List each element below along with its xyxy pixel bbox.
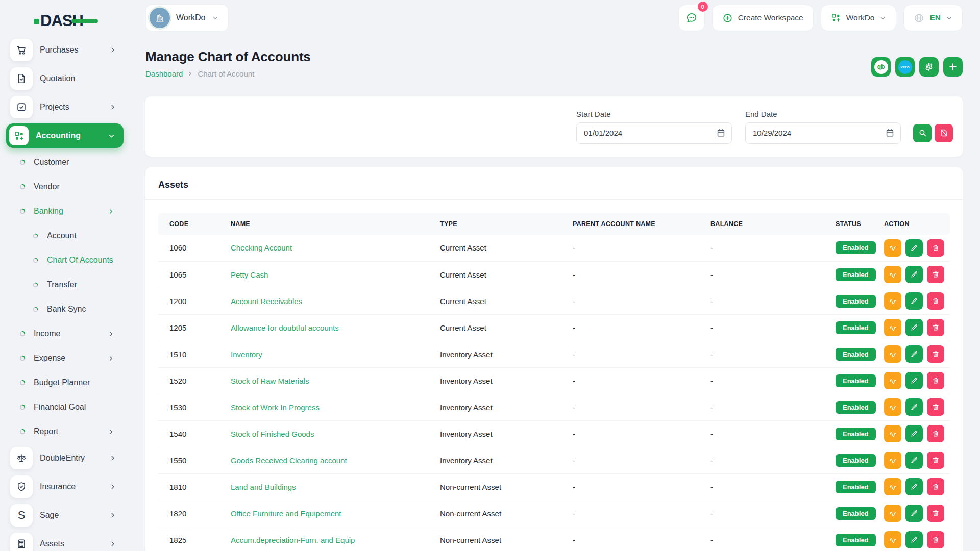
transactions-button[interactable] (884, 452, 901, 469)
breadcrumb-dashboard-link[interactable]: Dashboard (145, 69, 183, 78)
transactions-button[interactable] (884, 266, 901, 283)
account-name-link[interactable]: Office Furniture and Equipement (231, 509, 341, 518)
chevron-right-icon (109, 483, 116, 490)
sidebar-item-account[interactable]: Account (0, 223, 132, 248)
xero-button[interactable]: xero (895, 57, 915, 77)
account-name-link[interactable]: Land and Buildings (231, 483, 296, 491)
account-name-link[interactable]: Stock of Raw Materials (231, 377, 309, 385)
page-title: Manage Chart of Accounts (145, 49, 311, 65)
account-name-link[interactable]: Inventory (231, 350, 262, 359)
page-head: Manage Chart of Accounts Dashboard Chart… (145, 49, 963, 78)
delete-button[interactable] (927, 478, 944, 495)
account-name-link[interactable]: Account Receivables (231, 297, 302, 306)
cell-type: Inventory Asset (429, 447, 561, 473)
main-area: WorkDo 0 Create Workspace (132, 0, 980, 551)
cell-parent: - (561, 341, 699, 367)
sidebar-item-sage[interactable]: S Sage (0, 501, 132, 530)
sidebar-item-label: Assets (40, 539, 109, 548)
edit-button[interactable] (905, 239, 923, 257)
col-status: STATUS (824, 213, 873, 235)
pulse-wave-icon (889, 323, 897, 332)
delete-button[interactable] (927, 319, 944, 336)
account-name-link[interactable]: Stock of Finished Goods (231, 430, 314, 438)
sidebar-item-transfer[interactable]: Transfer (0, 272, 132, 297)
transactions-button[interactable] (884, 531, 901, 548)
quickbooks-button[interactable]: qb (871, 57, 891, 77)
edit-button[interactable] (905, 266, 923, 283)
transactions-button[interactable] (884, 292, 901, 310)
transactions-button[interactable] (884, 345, 901, 363)
apply-filter-button[interactable] (913, 124, 932, 142)
sidebar-item-accounting[interactable]: Accounting (0, 121, 132, 150)
delete-button[interactable] (927, 398, 944, 416)
transactions-button[interactable] (884, 319, 901, 336)
edit-button[interactable] (905, 345, 923, 363)
sidebar-item-budget-planner[interactable]: Budget Planner (0, 370, 132, 395)
workspace-menu-button[interactable]: WorkDo (821, 5, 897, 31)
plus-circle-icon (722, 13, 733, 23)
grid-plus-icon (831, 13, 841, 23)
edit-button[interactable] (905, 531, 923, 548)
col-type: TYPE (429, 213, 561, 235)
transactions-button[interactable] (884, 372, 901, 389)
messages-button[interactable]: 0 (678, 5, 705, 31)
sidebar-item-income[interactable]: Income (0, 321, 132, 346)
transactions-button[interactable] (884, 478, 901, 495)
delete-button[interactable] (927, 372, 944, 389)
sidebar-item-label: Projects (40, 103, 109, 112)
sidebar-item-purchases[interactable]: Purchases (0, 36, 132, 64)
transactions-button[interactable] (884, 425, 901, 442)
edit-button[interactable] (905, 478, 923, 495)
reset-filter-button[interactable] (935, 124, 953, 142)
workspace-switcher[interactable]: WorkDo (145, 4, 229, 32)
delete-button[interactable] (927, 452, 944, 469)
edit-button[interactable] (905, 292, 923, 310)
language-selector[interactable]: EN (903, 5, 963, 31)
sidebar-item-report[interactable]: Report (0, 419, 132, 444)
end-date-input[interactable] (745, 122, 901, 144)
edit-button[interactable] (905, 505, 923, 522)
sidebar-item-bank-sync[interactable]: Bank Sync (0, 297, 132, 321)
delete-button[interactable] (927, 292, 944, 310)
app-layout: DASH Purchases Quotation (0, 0, 980, 551)
sidebar-item-financial-goal[interactable]: Financial Goal (0, 395, 132, 419)
add-account-button[interactable] (943, 57, 963, 77)
topbar: WorkDo 0 Create Workspace (145, 0, 963, 36)
edit-button[interactable] (905, 425, 923, 442)
transactions-button[interactable] (884, 505, 901, 522)
sidebar-item-assets[interactable]: Assets (0, 530, 132, 551)
sidebar-item-doubleentry[interactable]: DoubleEntry (0, 444, 132, 472)
account-name-link[interactable]: Allowance for doubtful accounts (231, 323, 339, 332)
edit-button[interactable] (905, 372, 923, 389)
sidebar-item-banking[interactable]: Banking (0, 199, 132, 223)
delete-button[interactable] (927, 531, 944, 548)
account-name-link[interactable]: Goods Received Clearing account (231, 456, 347, 465)
account-name-link[interactable]: Petty Cash (231, 270, 268, 279)
sidebar-item-vendor[interactable]: Vendor (0, 174, 132, 199)
delete-button[interactable] (927, 425, 944, 442)
transactions-button[interactable] (884, 398, 901, 416)
sidebar-item-projects[interactable]: Projects (0, 93, 132, 121)
table-row: 1825 Accum.depreciation-Furn. and Equip … (158, 527, 950, 551)
settings-button[interactable] (919, 57, 939, 77)
delete-button[interactable] (927, 239, 944, 257)
sidebar-item-chart-of-accounts[interactable]: Chart Of Accounts (0, 248, 132, 272)
delete-button[interactable] (927, 505, 944, 522)
account-name-link[interactable]: Checking Account (231, 243, 292, 252)
delete-button[interactable] (927, 266, 944, 283)
edit-button[interactable] (905, 452, 923, 469)
edit-button[interactable] (905, 319, 923, 336)
sidebar-item-quotation[interactable]: Quotation (0, 64, 132, 93)
account-name-link[interactable]: Accum.depreciation-Furn. and Equip (231, 536, 355, 544)
sidebar-item-expense[interactable]: Expense (0, 346, 132, 370)
sidebar-item-customer[interactable]: Customer (0, 150, 132, 174)
pulse-wave-icon (889, 536, 897, 544)
delete-button[interactable] (927, 345, 944, 363)
transactions-button[interactable] (884, 239, 901, 257)
sidebar-item-insurance[interactable]: Insurance (0, 472, 132, 501)
account-name-link[interactable]: Stock of Work In Progress (231, 403, 320, 412)
edit-button[interactable] (905, 398, 923, 416)
create-workspace-button[interactable]: Create Workspace (712, 5, 814, 31)
donut-bullet-icon (33, 233, 39, 239)
start-date-input[interactable] (576, 122, 732, 144)
